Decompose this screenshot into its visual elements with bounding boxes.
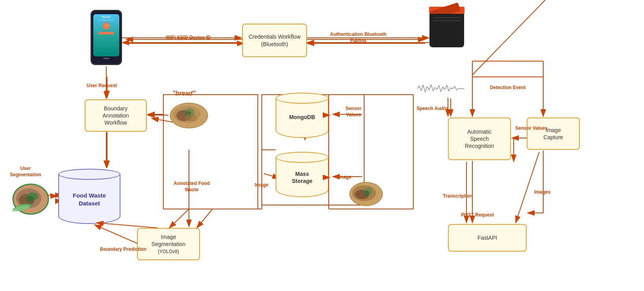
asr-box: AutomaticSpeechRecognition bbox=[448, 118, 511, 160]
food-seg-svg bbox=[11, 179, 50, 215]
images-label: Images bbox=[527, 189, 558, 196]
image-capture-box: ImageCapture bbox=[527, 118, 580, 150]
boundary-annotation-label: BoundaryAnnotationWorkflow bbox=[103, 105, 129, 127]
phone-screen-welcome: Welcome! bbox=[102, 16, 111, 18]
bread-label: "bread" bbox=[172, 90, 196, 97]
speech-audio-label: Speech Audio bbox=[416, 106, 448, 112]
transcription-label: Transcription bbox=[440, 193, 476, 200]
smart-bin bbox=[429, 4, 464, 47]
post-request-label: POST Request bbox=[452, 212, 503, 218]
svg-point-32 bbox=[185, 114, 197, 121]
bin-body bbox=[429, 14, 464, 47]
bread-svg bbox=[169, 98, 209, 129]
fastapi-box: FastAPI bbox=[448, 224, 527, 252]
detection-event-label: Detection Event bbox=[484, 85, 531, 91]
phone-screen-subtitle: Let's get you set up! bbox=[99, 19, 113, 21]
bin-stripe-2 bbox=[433, 20, 461, 21]
mass-storage-label: MassStorage bbox=[276, 170, 329, 185]
credentials-workflow-label: Credentials Workflow (Bluetooth) bbox=[246, 33, 303, 47]
food-waste-label: Food WasteDataset bbox=[58, 192, 120, 207]
diagram: Welcome! Let's get you set up! 🌱 Credent… bbox=[0, 0, 644, 291]
mongodb-cylinder: MongoDB bbox=[276, 93, 329, 138]
bin-lid-container bbox=[429, 4, 464, 14]
food-waste-dataset-cylinder: Food WasteDataset bbox=[58, 169, 120, 224]
mass-storage-cyl-top bbox=[276, 152, 329, 163]
wifi-ssid-label: WiFi SSID Device ID bbox=[165, 35, 212, 41]
boundary-annotation-box: BoundaryAnnotationWorkflow bbox=[85, 99, 147, 132]
svg-point-42 bbox=[364, 190, 369, 196]
annotated-food-waste-label: Annotated Food Waste bbox=[166, 181, 217, 193]
image-segmentation-label: ImageSegmentation(YOLOv8) bbox=[152, 233, 185, 255]
mass-storage-cylinder: MassStorage bbox=[276, 152, 329, 197]
image-segmentation-box: ImageSegmentation(YOLOv8) bbox=[137, 228, 200, 260]
image-left-label: Image bbox=[255, 182, 268, 188]
svg-line-79 bbox=[197, 209, 213, 228]
auth-bluetooth-label: Authentication Bluetooth Pairing bbox=[327, 32, 390, 44]
waveform bbox=[417, 82, 464, 96]
user-request-label: User Request bbox=[87, 83, 117, 89]
svg-line-8 bbox=[94, 225, 140, 244]
sensor-values-top-label: Sensor Values bbox=[338, 106, 369, 118]
image-right-label: Image bbox=[338, 174, 352, 181]
food-right-svg bbox=[348, 177, 384, 207]
svg-line-53 bbox=[169, 209, 189, 228]
asr-label: AutomaticSpeechRecognition bbox=[465, 128, 494, 150]
phone: Welcome! Let's get you set up! 🌱 bbox=[91, 10, 122, 65]
phone-screen-icon: 🌱 bbox=[103, 22, 110, 30]
svg-point-37 bbox=[26, 196, 34, 202]
food-waste-cyl-top bbox=[58, 169, 120, 180]
credentials-workflow-box: Credentials Workflow (Bluetooth) bbox=[242, 24, 307, 57]
fastapi-label: FastAPI bbox=[477, 234, 497, 241]
phone-screen-button bbox=[98, 32, 114, 34]
user-segmentation-label: User Segmentation bbox=[8, 166, 43, 178]
boundary-prediction-label: Boundary Prediction bbox=[98, 246, 149, 253]
bread-image bbox=[169, 98, 209, 129]
sensor-values-right-label: Sensor Values bbox=[514, 125, 549, 132]
food-segmentation-image bbox=[11, 179, 50, 215]
mongodb-cyl-top bbox=[276, 93, 329, 104]
food-image-right bbox=[348, 177, 384, 207]
bin-stripe-1 bbox=[433, 17, 461, 18]
mongodb-label: MongoDB bbox=[276, 113, 329, 120]
svg-line-19 bbox=[472, 0, 545, 75]
phone-screen: Welcome! Let's get you set up! 🌱 bbox=[93, 14, 120, 56]
svg-line-22 bbox=[516, 152, 539, 223]
phone-home-button bbox=[103, 58, 109, 59]
